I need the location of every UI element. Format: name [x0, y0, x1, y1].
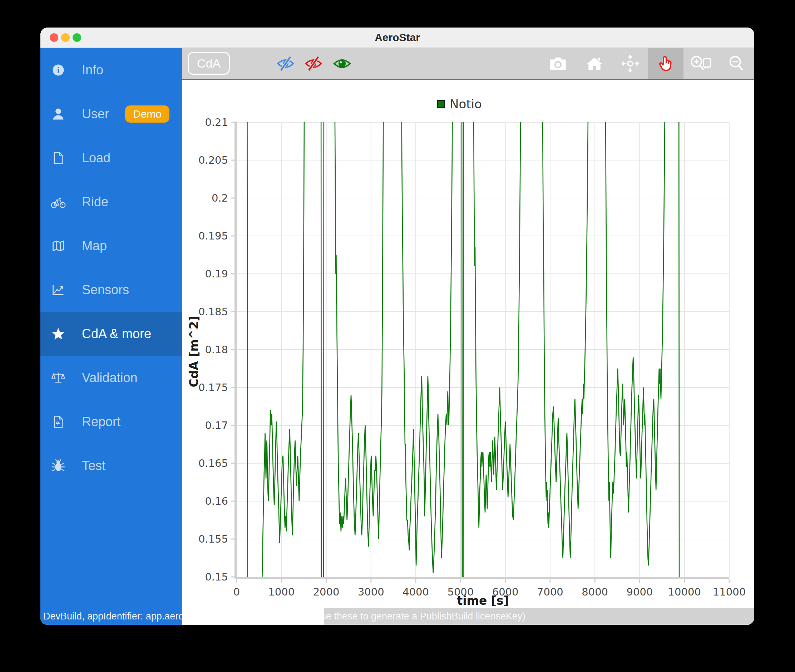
report-icon — [50, 414, 66, 430]
main-pane: CdA — [182, 48, 754, 625]
sidebar-item-label: CdA & more — [82, 326, 151, 341]
svg-text:0.16: 0.16 — [205, 495, 228, 507]
eye-slash-blue-icon[interactable] — [272, 48, 299, 79]
legend-label: Notio — [450, 97, 482, 111]
window-title: AeroStar — [40, 27, 754, 48]
svg-text:0.205: 0.205 — [198, 154, 228, 166]
svg-text:i: i — [57, 65, 60, 75]
sidebar-item-cda-more[interactable]: CdA & more — [40, 312, 182, 356]
sidebar-item-label: User — [82, 107, 109, 122]
sidebar-item-info[interactable]: i Info — [40, 48, 182, 92]
bug-icon — [50, 458, 66, 474]
sidebar-item-label: Test — [82, 458, 106, 473]
svg-text:0.21: 0.21 — [205, 116, 228, 128]
sidebar-item-label: Load — [82, 150, 110, 165]
chart-line-icon — [50, 282, 66, 298]
sidebar-item-user[interactable]: User Demo — [40, 92, 182, 136]
app-window: AeroStar i Info User Demo Load Ride — [40, 27, 754, 625]
zoom-out-icon[interactable] — [723, 48, 751, 79]
x-axis-title: time [s] — [237, 594, 729, 608]
sidebar-item-validation[interactable]: Validation — [40, 356, 182, 400]
eye-green-icon[interactable] — [328, 48, 356, 79]
sidebar-item-label: Sensors — [82, 282, 129, 298]
svg-text:0.17: 0.17 — [205, 419, 228, 432]
sidebar-item-sensors[interactable]: Sensors — [40, 268, 182, 312]
sidebar-item-label: Info — [82, 62, 103, 78]
bicycle-icon — [50, 194, 66, 210]
svg-text:0.18: 0.18 — [205, 344, 228, 356]
svg-text:0.175: 0.175 — [198, 381, 228, 394]
scales-icon — [50, 370, 66, 386]
svg-text:0.165: 0.165 — [198, 457, 228, 469]
chart-area[interactable]: Notio CdA [m^2] time [s] 0.210.2050.20.1… — [182, 80, 754, 608]
sidebar-item-label: Ride — [82, 194, 108, 210]
zoom-in-rect-icon[interactable] — [687, 48, 715, 79]
titlebar: AeroStar — [40, 27, 754, 48]
sidebar-item-map[interactable]: Map — [40, 224, 182, 268]
home-icon[interactable] — [581, 48, 608, 79]
camera-icon[interactable] — [544, 48, 572, 79]
status-text: DevBuild, appIdentifier: app.aerostar.Ae… — [43, 611, 751, 622]
svg-text:0.155: 0.155 — [198, 533, 228, 545]
sidebar-item-ride[interactable]: Ride — [40, 180, 182, 224]
sidebar-item-report[interactable]: Report — [40, 400, 182, 443]
sidebar-item-label: Validation — [82, 370, 137, 385]
toolbar: CdA — [182, 48, 754, 80]
hand-select-icon[interactable] — [648, 48, 683, 79]
info-icon: i — [50, 62, 66, 78]
sidebar: i Info User Demo Load Ride — [40, 48, 182, 625]
file-icon — [50, 150, 66, 166]
svg-text:0.195: 0.195 — [198, 230, 228, 242]
cda-line-plot: 0.210.2050.20.1950.190.1850.180.1750.170… — [182, 80, 754, 608]
legend-swatch-notio — [437, 100, 445, 108]
user-icon — [50, 106, 66, 122]
star-icon — [50, 326, 66, 342]
svg-text:0.19: 0.19 — [205, 268, 228, 280]
demo-badge: Demo — [125, 106, 170, 123]
sidebar-item-label: Report — [82, 414, 120, 429]
cda-button[interactable]: CdA — [188, 52, 230, 75]
sidebar-item-label: Map — [82, 238, 107, 253]
map-icon — [50, 238, 66, 254]
sidebar-item-test[interactable]: Test — [40, 443, 182, 488]
chart-legend: Notio — [437, 97, 482, 111]
eye-slash-red-icon[interactable] — [299, 48, 328, 79]
sidebar-item-load[interactable]: Load — [40, 136, 182, 180]
pan-move-icon[interactable] — [616, 48, 644, 79]
svg-text:0.2: 0.2 — [212, 192, 228, 204]
svg-text:0.15: 0.15 — [205, 571, 228, 583]
y-axis-title: CdA [m^2] — [187, 245, 201, 459]
svg-text:0.185: 0.185 — [198, 306, 228, 318]
